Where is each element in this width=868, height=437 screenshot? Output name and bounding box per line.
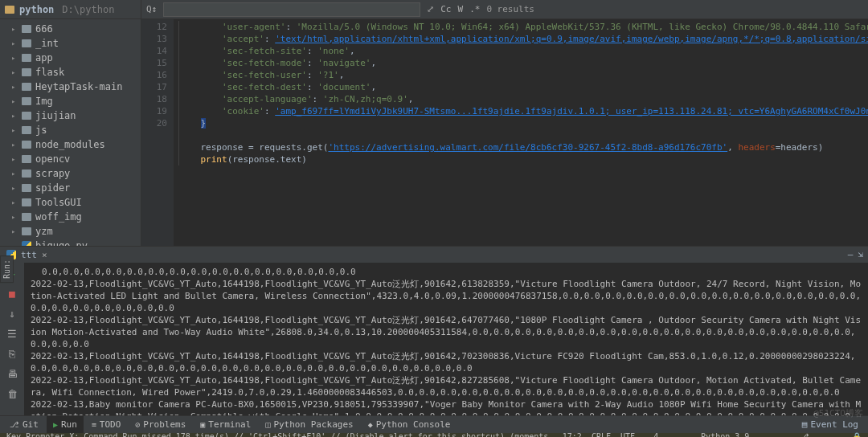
layout-icon[interactable]: ☰	[7, 328, 17, 340]
folder-icon	[22, 126, 31, 134]
project-name: python	[19, 4, 54, 15]
folder-icon	[22, 184, 31, 192]
python-icon: ◆	[368, 420, 373, 429]
tree-item[interactable]: ▸_int	[0, 36, 141, 51]
regex-icon[interactable]: .*	[469, 4, 480, 14]
tab-git[interactable]: ⎇Git	[3, 416, 45, 433]
tree-item[interactable]: ▸jiujian	[0, 108, 141, 123]
folder-icon	[22, 227, 31, 235]
tab-event-log[interactable]: ▤Event Log	[796, 419, 865, 430]
line-separator[interactable]: CRLF	[592, 432, 611, 437]
search-icon[interactable]: Q↕	[146, 4, 157, 14]
caret-position[interactable]: 17:2	[563, 432, 582, 437]
folder-icon	[22, 112, 31, 120]
event-log-icon: ▤	[802, 419, 808, 430]
folder-icon	[22, 155, 31, 163]
folder-icon	[22, 169, 31, 178]
soft-wrap-icon[interactable]: —	[848, 249, 854, 259]
lock-icon[interactable]: 🔒	[852, 432, 862, 437]
tab-python-console[interactable]: ◆Python Console	[362, 416, 457, 433]
tree-item[interactable]: ▸opencv	[0, 152, 141, 166]
branch-icon: ⎇	[10, 420, 19, 429]
stop-icon[interactable]: ■	[9, 288, 15, 300]
play-icon: ▶	[53, 420, 58, 429]
expand-icon[interactable]: ⤢	[427, 4, 434, 14]
git-branch[interactable]: ⎇ master	[800, 432, 842, 437]
indent-setting[interactable]: 4 spaces	[653, 432, 691, 437]
project-sidebar: python D:\python ▸666▸_int▸app▸flask▸Hey…	[0, 0, 141, 246]
down-icon[interactable]: ⇓	[9, 308, 15, 320]
print-icon[interactable]: 🖶	[7, 368, 18, 380]
tab-python-packages[interactable]: ◫Python Packages	[259, 416, 359, 433]
watermark: @51CTO博客	[813, 407, 863, 419]
folder-icon	[22, 68, 31, 76]
console-output[interactable]: 0.0,0.0,0.0,0.0,0.0,0.0,0.0,0.0,0.0,0.0,…	[24, 263, 868, 415]
folder-icon	[22, 213, 31, 221]
status-bar: Key Promoter X: Command Run missed 178 t…	[0, 433, 868, 437]
run-tab-bar: ttt × — ⇲	[0, 246, 868, 263]
export-icon[interactable]: ⎘	[9, 348, 15, 360]
match-case-icon[interactable]: Cc	[440, 4, 451, 14]
tree-item[interactable]: ▸Img	[0, 94, 141, 108]
tree-item[interactable]: ▸yzm	[0, 224, 141, 239]
tree-item[interactable]: ▸scrapy	[0, 166, 141, 181]
project-folder-icon	[5, 6, 14, 14]
tab-todo[interactable]: ≡TODO	[85, 416, 128, 433]
folder-icon	[22, 83, 31, 91]
close-icon[interactable]: ×	[42, 250, 47, 260]
tree-item[interactable]: ▸js	[0, 123, 141, 137]
editor-area: Q↕ ⤢ Cc W .* 0 results ↑ ↓ ⎘ ▼ ⋮ ▽ ✕ ▲4 …	[141, 0, 868, 246]
tree-item[interactable]: ▸spider	[0, 181, 141, 195]
folder-icon	[22, 97, 31, 105]
project-tree[interactable]: ▸666▸_int▸app▸flask▸HeytapTask-main▸Img▸…	[0, 19, 141, 246]
find-input[interactable]	[163, 2, 420, 17]
tree-item[interactable]: ▸HeytapTask-main	[0, 80, 141, 94]
tab-terminal[interactable]: ▣Terminal	[194, 416, 257, 433]
todo-icon: ≡	[92, 420, 96, 429]
tree-item[interactable]: ▸flask	[0, 65, 141, 80]
scroll-end-icon[interactable]: ⇲	[858, 249, 863, 259]
tree-item[interactable]: ▸node_modules	[0, 137, 141, 152]
terminal-icon: ▣	[200, 420, 205, 429]
tree-item[interactable]: ▸666	[0, 22, 141, 36]
tab-problems[interactable]: ⊘Problems	[129, 416, 192, 433]
project-header[interactable]: python D:\python	[0, 0, 141, 19]
find-bar: Q↕ ⤢ Cc W .* 0 results ↑ ↓ ⎘ ▼ ⋮ ▽ ✕	[141, 0, 868, 19]
folder-icon	[22, 54, 31, 62]
folder-icon	[22, 39, 31, 47]
run-toolbar: ▶ ■ ⇓ ☰ ⎘ 🖶 🗑	[0, 263, 24, 415]
python-interpreter[interactable]: Python 3.9 (python)	[701, 432, 790, 437]
folder-icon	[22, 198, 31, 206]
code-content[interactable]: 'user-agent': 'Mozilla/5.0 (Windows NT 1…	[174, 19, 868, 246]
package-icon: ◫	[265, 420, 270, 429]
file-encoding[interactable]: UTF-8	[620, 432, 644, 437]
tree-item[interactable]: ▸app	[0, 51, 141, 65]
tree-item[interactable]: biquge.py	[0, 239, 141, 246]
tab-run[interactable]: ▶Run	[47, 416, 84, 433]
code-editor[interactable]: 121314151617181920 'user-agent': 'Mozill…	[141, 19, 868, 246]
trash-icon[interactable]: 🗑	[7, 388, 18, 400]
bottom-tool-tabs: ⎇Git ▶Run ≡TODO ⊘Problems ▣Terminal ◫Pyt…	[0, 415, 868, 433]
tree-item[interactable]: ▸woff_img	[0, 210, 141, 224]
problems-icon: ⊘	[135, 420, 140, 429]
run-tab-label[interactable]: ttt	[21, 250, 37, 260]
folder-icon	[22, 141, 31, 149]
words-icon[interactable]: W	[458, 4, 464, 14]
project-path: D:\python	[62, 4, 114, 15]
run-panel: ▶ ■ ⇓ ☰ ⎘ 🖶 🗑 0.0,0.0,0.0,0.0,0.0,0.0,0.…	[0, 263, 868, 415]
folder-icon	[22, 25, 31, 33]
tree-item[interactable]: ▸ToolsGUI	[0, 195, 141, 210]
run-tool-window-label[interactable]: Run:	[0, 255, 14, 283]
status-message[interactable]: Key Promoter X: Command Run missed 178 t…	[6, 432, 563, 437]
find-results: 0 results	[486, 4, 534, 14]
line-gutter: 121314151617181920	[141, 19, 174, 246]
